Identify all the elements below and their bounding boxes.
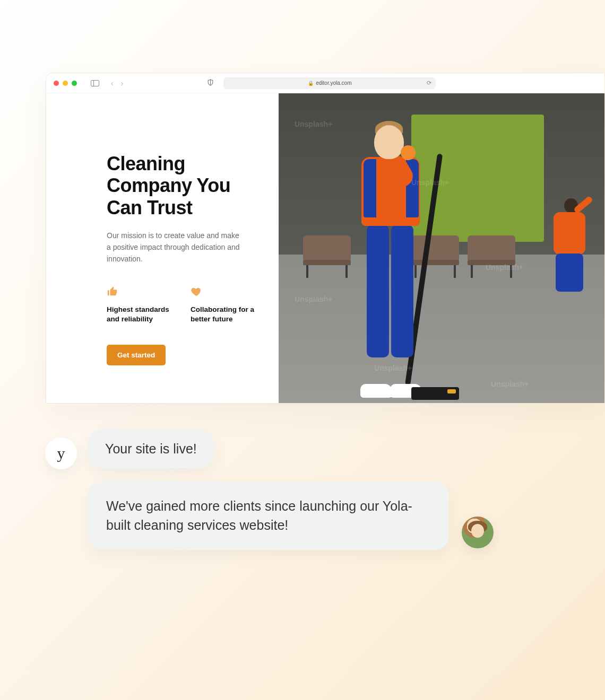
maximize-window-icon[interactable] — [72, 81, 77, 86]
thumbs-up-icon — [107, 286, 176, 298]
url-bar[interactable]: 🔒 editor.yola.com ⟳ — [223, 77, 436, 89]
sidebar-toggle-icon[interactable] — [91, 80, 99, 86]
features-row: Highest standards and reliability Collab… — [107, 286, 279, 324]
traffic-lights — [54, 81, 77, 86]
chat-message: We've gained more clients since launchin… — [106, 496, 431, 535]
agent-avatar: y — [45, 438, 77, 469]
hero-left-column: Cleaning Company You Can Trust Our missi… — [46, 93, 279, 403]
page-content: Cleaning Company You Can Trust Our missi… — [46, 93, 604, 403]
heart-icon — [191, 286, 260, 298]
lock-icon: 🔒 — [308, 81, 314, 86]
feature-label: Collaborating for a better future — [191, 305, 260, 324]
reload-icon[interactable]: ⟳ — [427, 80, 431, 86]
browser-window: ‹ › 🔒 editor.yola.com ⟳ Cleaning Company… — [46, 73, 605, 404]
hero-title-line: Cleaning — [107, 153, 185, 174]
hero-title-line: Can Trust — [107, 197, 193, 218]
hero-image: Unsplash+ Unsplash+ Unsplash+ Unsplash+ … — [279, 93, 604, 403]
hero-title-line: Company You — [107, 174, 230, 196]
chair — [468, 217, 515, 265]
browser-chrome: ‹ › 🔒 editor.yola.com ⟳ — [46, 73, 604, 93]
forward-arrow-icon[interactable]: › — [121, 79, 124, 88]
chat-bubble-agent: Your site is live! — [88, 430, 214, 468]
vacuum-head — [411, 387, 459, 400]
chat-bubble-user: We've gained more clients since launchin… — [88, 482, 449, 550]
minimize-window-icon[interactable] — [63, 81, 68, 86]
user-avatar — [462, 517, 494, 548]
person-background — [548, 191, 596, 292]
hero-title: Cleaning Company You Can Trust — [107, 153, 279, 218]
feature-item: Collaborating for a better future — [191, 286, 260, 324]
get-started-button[interactable]: Get started — [107, 345, 166, 365]
back-arrow-icon[interactable]: ‹ — [111, 79, 114, 88]
feature-item: Highest standards and reliability — [107, 286, 176, 324]
privacy-shield-icon[interactable] — [207, 78, 214, 88]
agent-avatar-letter: y — [57, 444, 65, 462]
chat-message: Your site is live! — [105, 441, 197, 457]
nav-arrows: ‹ › — [111, 79, 123, 88]
hero-subtitle: Our mission is to create value and make … — [107, 230, 245, 265]
feature-label: Highest standards and reliability — [107, 305, 176, 324]
url-text: editor.yola.com — [316, 80, 351, 86]
close-window-icon[interactable] — [54, 81, 59, 86]
person-main — [316, 117, 443, 403]
